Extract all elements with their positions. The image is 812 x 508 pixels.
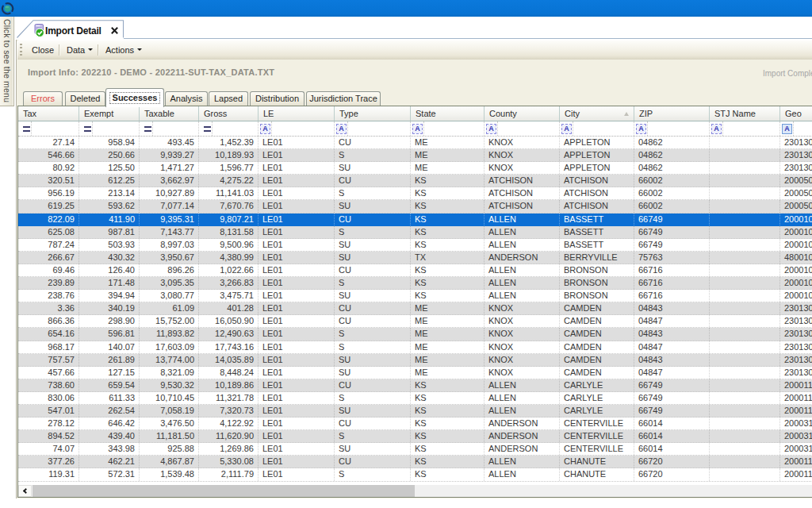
cell-type[interactable]: SU [335,354,411,366]
cell-tax[interactable]: 968.17 [18,341,79,353]
cell-city[interactable]: CAMDEN [560,328,634,340]
filter-operator-zone[interactable] [140,121,153,136]
cell-state[interactable]: KS [411,226,485,238]
cell-type[interactable]: CU [335,214,411,225]
cell-zip[interactable]: 66749 [634,405,710,417]
cell-county[interactable]: ALLEN [485,456,560,468]
cell-county[interactable]: ALLEN [485,264,560,276]
cell-taxable[interactable]: 3,950.67 [140,252,199,264]
cell-type[interactable]: S [335,341,411,353]
column-header-taxable[interactable]: Taxable [140,106,199,121]
grid-row[interactable]: 757.57261.8913,774.0014,035.89LE01SUMEKN… [18,354,812,367]
cell-tax[interactable]: 320.51 [18,175,79,187]
cell-state[interactable]: KS [411,239,485,251]
cell-geo[interactable]: 200031 [780,430,812,442]
column-header-le[interactable]: LE [259,106,335,121]
cell-gross[interactable]: 1,596.77 [199,162,259,174]
column-header-county[interactable]: County [485,106,560,121]
cell-tax[interactable]: 74.07 [18,443,79,455]
cell-zip[interactable]: 04843 [634,354,710,366]
cell-le[interactable]: LE01 [259,405,335,417]
cell-stj-name[interactable] [710,226,780,238]
filter-cell-city[interactable]: A [560,121,634,136]
cell-taxable[interactable]: 925.88 [140,443,199,455]
cell-county[interactable]: KNOX [485,162,560,174]
cell-stj-name[interactable] [710,175,780,187]
cell-le[interactable]: LE01 [259,443,335,455]
cell-stj-name[interactable] [710,405,780,417]
cell-state[interactable]: KS [411,214,485,225]
cell-stj-name[interactable] [710,315,780,327]
cell-geo[interactable]: 230130 [780,315,812,327]
filter-cell-stj-name[interactable]: A [710,121,780,136]
filter-cell-county[interactable]: A [485,121,560,136]
cell-exempt[interactable]: 503.93 [79,239,140,251]
cell-type[interactable]: CU [335,264,411,276]
grid-row[interactable]: 3.36340.1961.09401.28LE01CUMEKNOXCAMDEN0… [18,302,812,315]
filter-operator-zone[interactable] [79,121,93,136]
cell-tax[interactable]: 457.66 [18,367,79,379]
cell-zip[interactable]: 66749 [634,226,710,238]
toolbar-grip-icon[interactable] [20,44,22,56]
cell-geo[interactable]: 230130 [780,149,812,161]
filter-cell-type[interactable]: A [335,121,411,136]
grid-row[interactable]: 625.08987.817,143.778,131.58LE01SKSALLEN… [18,226,812,239]
cell-stj-name[interactable] [710,252,780,264]
cell-type[interactable]: S [335,468,411,480]
cell-tax[interactable]: 377.26 [18,456,79,468]
cell-tax[interactable]: 619.25 [18,200,79,212]
cell-stj-name[interactable] [710,239,780,251]
cell-geo[interactable]: 200050 [780,200,812,212]
cell-gross[interactable]: 12,490.63 [199,328,259,340]
cell-city[interactable]: APPLETON [560,137,634,148]
cell-geo[interactable]: 200050 [780,187,812,199]
tab-errors[interactable]: Errors [23,91,63,106]
cell-zip[interactable]: 04843 [634,328,710,340]
cell-county[interactable]: ALLEN [485,239,560,251]
cell-taxable[interactable]: 1,539.48 [140,468,199,480]
cell-taxable[interactable]: 4,867.87 [140,456,199,468]
cell-le[interactable]: LE01 [259,239,335,251]
filter-cell-gross[interactable] [199,121,259,136]
cell-gross[interactable]: 401.28 [199,302,259,314]
cell-city[interactable]: CAMDEN [560,367,634,379]
cell-gross[interactable]: 17,743.16 [199,341,259,353]
cell-county[interactable]: ATCHISON [485,175,560,187]
cell-city[interactable]: BASSETT [560,239,634,251]
cell-city[interactable]: CAMDEN [560,354,634,366]
cell-state[interactable]: KS [411,264,485,276]
cell-exempt[interactable]: 987.81 [79,226,140,238]
cell-stj-name[interactable] [710,187,780,199]
cell-stj-name[interactable] [710,264,780,276]
grid-row[interactable]: 266.67430.323,950.674,380.99LE01SUTXANDE… [18,252,812,264]
cell-tax[interactable]: 27.14 [18,137,79,148]
cell-exempt[interactable]: 430.32 [79,252,140,264]
equals-icon[interactable] [144,126,151,132]
cell-exempt[interactable]: 261.89 [79,354,140,366]
grid-row[interactable]: 619.25593.627,077.147,670.76LE01SUKSATCH… [18,200,812,213]
cell-type[interactable]: S [335,328,411,340]
filter-operator-zone[interactable]: A [710,121,723,136]
text-filter-icon[interactable]: A [412,124,423,134]
cell-taxable[interactable]: 3,095.35 [140,277,199,289]
cell-type[interactable]: SU [335,290,411,302]
text-filter-icon[interactable]: A [636,124,646,134]
cell-geo[interactable]: 200010 [780,264,812,276]
cell-type[interactable]: S [335,149,411,161]
cell-stj-name[interactable] [710,468,780,480]
cell-zip[interactable]: 04847 [634,315,710,327]
cell-taxable[interactable]: 10,927.89 [140,187,199,199]
cell-zip[interactable]: 04843 [634,302,710,314]
cell-tax[interactable]: 80.92 [18,162,79,174]
cell-exempt[interactable]: 262.54 [79,405,140,417]
cell-le[interactable]: LE01 [259,456,335,468]
cell-state[interactable]: KS [411,405,485,417]
cell-stj-name[interactable] [710,379,780,391]
cell-gross[interactable]: 11,141.03 [199,187,259,199]
cell-zip[interactable]: 66749 [634,214,710,225]
cell-geo[interactable]: 230130 [780,367,812,379]
cell-county[interactable]: KNOX [485,328,560,340]
grid-row[interactable]: 119.31572.311,539.482,111.79LE01SKSALLEN… [18,468,812,481]
cell-tax[interactable]: 547.01 [18,405,79,417]
cell-city[interactable]: BASSETT [560,226,634,238]
